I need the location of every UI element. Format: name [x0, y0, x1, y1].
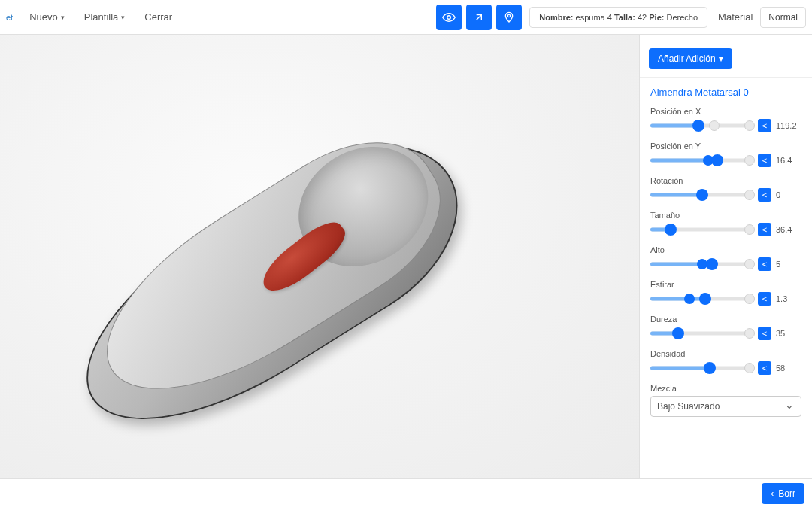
slider-rot[interactable]: [650, 190, 753, 200]
label-dureza: Dureza: [650, 315, 801, 324]
toggle-alto[interactable]: <: [758, 257, 771, 271]
caret-down-icon: ▾: [719, 53, 723, 64]
menu-plantilla[interactable]: Plantilla▾: [77, 7, 133, 27]
menu-cerrar-label: Cerrar: [144, 11, 172, 23]
value-estirar: 1.3: [776, 294, 801, 303]
label-rot: Rotación: [650, 176, 801, 185]
control-posy: Posición en Y < 16.4: [650, 141, 801, 167]
value-posx: 119.2: [776, 121, 801, 130]
slider-dens[interactable]: [650, 363, 753, 373]
toggle-posy[interactable]: <: [758, 154, 771, 167]
main-menu: Nuevo▾ Plantilla▾ Cerrar: [22, 7, 180, 27]
info-nombre-label: Nombre:: [539, 13, 573, 22]
delete-button-label: Borr: [778, 488, 795, 499]
label-dens: Densidad: [650, 349, 801, 358]
panel-title: Almendra Metatarsal 0: [650, 87, 801, 98]
marker-button[interactable]: [496, 5, 522, 30]
control-posx: Posición en X < 119.2: [650, 107, 801, 132]
normal-select[interactable]: Normal: [760, 7, 806, 28]
control-estirar: Estirar < 1.3: [650, 280, 801, 306]
toggle-estirar[interactable]: <: [758, 292, 771, 306]
delete-button[interactable]: ‹ Borr: [762, 483, 804, 504]
material-label: Material: [718, 11, 753, 23]
toggle-tam[interactable]: <: [758, 223, 771, 236]
value-alto: 5: [776, 260, 801, 269]
menu-nuevo-label: Nuevo: [29, 11, 58, 23]
addition-panel: Almendra Metatarsal 0 Posición en X < 11…: [640, 77, 812, 430]
info-talla-label: Talla:: [614, 13, 635, 22]
info-nombre-value: espuma 4: [576, 13, 612, 22]
toggle-dureza[interactable]: <: [758, 327, 771, 340]
svg-point-0: [447, 15, 451, 19]
value-dureza: 35: [776, 329, 801, 338]
caret-down-icon: ▾: [121, 14, 125, 21]
slider-posx[interactable]: [650, 120, 753, 131]
model-info: Nombre: espuma 4 Talla: 42 Pie: Derecho: [529, 7, 707, 28]
info-pie-label: Pie:: [649, 13, 664, 22]
eye-icon: [442, 11, 456, 24]
info-talla-value: 42: [638, 13, 647, 22]
insole-model: [50, 108, 491, 466]
slider-alto[interactable]: [650, 259, 753, 269]
menu-nuevo[interactable]: Nuevo▾: [22, 7, 72, 27]
slider-dureza[interactable]: [650, 328, 753, 339]
topbar: et Nuevo▾ Plantilla▾ Cerrar Nombre: espu…: [0, 0, 812, 35]
control-rot: Rotación < 0: [650, 176, 801, 202]
add-addition-button[interactable]: Añadir Adición ▾: [649, 48, 732, 69]
chevron-left-icon: ‹: [771, 488, 774, 499]
caret-down-icon: ▾: [61, 14, 65, 21]
value-tam: 36.4: [776, 225, 801, 234]
label-posy: Posición en Y: [650, 141, 801, 151]
label-alto: Alto: [650, 245, 801, 254]
bottom-bar: ‹ Borr: [0, 478, 812, 508]
slider-estirar[interactable]: [650, 294, 753, 304]
info-pie-value: Derecho: [667, 13, 698, 22]
app-logo: et: [6, 13, 13, 22]
mezcla-select[interactable]: Bajo Suavizado: [650, 396, 801, 417]
add-addition-label: Añadir Adición: [658, 53, 716, 64]
control-alto: Alto < 5: [650, 245, 801, 271]
control-dureza: Dureza < 35: [650, 315, 801, 340]
control-dens: Densidad < 58: [650, 349, 801, 375]
label-estirar: Estirar: [650, 280, 801, 289]
map-pin-icon: [503, 11, 515, 23]
viewport-3d[interactable]: ↖: [0, 35, 639, 478]
main-area: ↖ Añadir Adición ▾ Almendra Metatarsal 0…: [0, 35, 812, 478]
insole-base: [50, 108, 491, 466]
menu-cerrar[interactable]: Cerrar: [137, 7, 180, 27]
label-mezcla: Mezcla: [650, 384, 801, 393]
label-tam: Tamaño: [650, 211, 801, 220]
value-dens: 58: [776, 364, 801, 373]
toggle-rot[interactable]: <: [758, 188, 771, 202]
value-rot: 0: [776, 190, 801, 199]
right-group: Material Normal: [718, 7, 806, 28]
svg-point-1: [508, 14, 511, 17]
properties-sidebar: Añadir Adición ▾ Almendra Metatarsal 0 P…: [639, 35, 812, 478]
toggle-posx[interactable]: <: [758, 119, 771, 132]
slider-tam[interactable]: [650, 224, 753, 235]
control-mezcla: Mezcla Bajo Suavizado: [650, 384, 801, 417]
visibility-button[interactable]: [436, 5, 462, 30]
menu-plantilla-label: Plantilla: [84, 11, 119, 23]
control-tam: Tamaño < 36.4: [650, 211, 801, 236]
label-posx: Posición en X: [650, 107, 801, 116]
slider-posy[interactable]: [650, 155, 753, 166]
value-posy: 16.4: [776, 156, 801, 165]
toggle-dens[interactable]: <: [758, 361, 771, 375]
expand-icon: [473, 11, 485, 23]
expand-button[interactable]: [466, 5, 492, 30]
insole-top-surface: [74, 110, 468, 430]
